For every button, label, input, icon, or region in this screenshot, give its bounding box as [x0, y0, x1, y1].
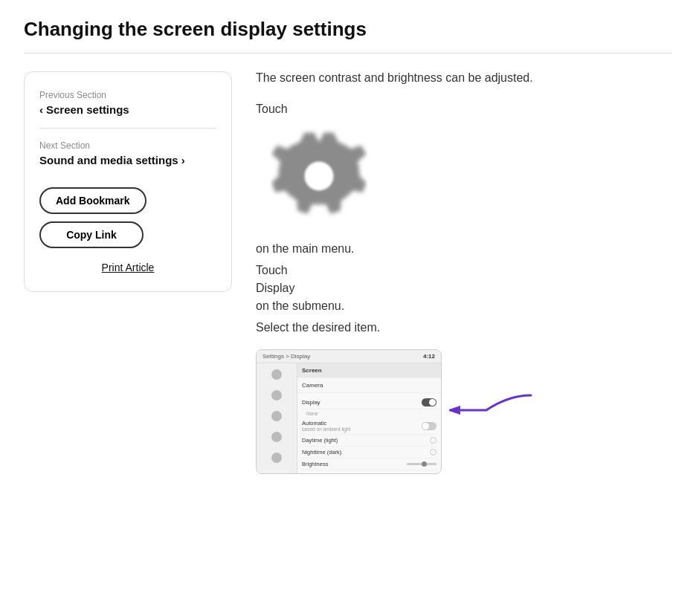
- phone-setting-automatic: Automatic based on ambient light: [302, 418, 436, 435]
- add-bookmark-button[interactable]: Add Bookmark: [39, 187, 146, 214]
- phone-time: 4:12: [423, 353, 435, 360]
- select-text: Select the desired item.: [256, 321, 672, 334]
- phone-main-panel: Screen Camera Display None Automati: [297, 363, 441, 473]
- intro-text: The screen contrast and brightness can b…: [256, 71, 672, 85]
- phone-icon-3: [271, 411, 282, 421]
- phone-setting-brightness: Brightness: [302, 458, 436, 470]
- phone-daytime-label: Daytime (light): [302, 437, 338, 444]
- chevron-right-icon: ›: [181, 154, 185, 166]
- chevron-left-icon: ‹: [39, 103, 43, 116]
- phone-nighttime-radio: [430, 449, 436, 455]
- main-content: The screen contrast and brightness can b…: [256, 71, 672, 474]
- phone-setting-display-label: Display: [302, 399, 320, 406]
- next-section-link[interactable]: Sound and media settings ›: [39, 154, 216, 166]
- sidebar-divider-1: [39, 128, 216, 129]
- previous-section-link[interactable]: ‹ Screen settings: [39, 103, 216, 116]
- purple-arrow-icon: [449, 388, 538, 432]
- gear-icon: [271, 128, 367, 224]
- phone-brightness-slider: [407, 463, 436, 465]
- phone-nighttime-label: Nighttime (dark): [302, 449, 341, 455]
- phone-icon-4: [271, 432, 282, 442]
- phone-screenshot: Settings > Display 4:12 Screen: [256, 349, 442, 474]
- phone-sidebar-icons: [257, 363, 297, 473]
- next-section: Next Section Sound and media settings ›: [39, 140, 216, 166]
- phone-body: Screen Camera Display None Automati: [257, 363, 441, 473]
- phone-settings-area: Display None Automatic based on ambient …: [297, 393, 441, 473]
- gear-icon-container: [256, 128, 672, 224]
- main-menu-text: on the main menu.: [256, 242, 672, 256]
- phone-brightness-label: Brightness: [302, 461, 328, 467]
- sidebar: Previous Section ‹ Screen settings Next …: [24, 71, 232, 292]
- touch-display-block: Touch Display on the submenu.: [256, 262, 672, 315]
- touch-label-1: Touch: [256, 103, 672, 116]
- phone-setting-auto-labels: Automatic based on ambient light: [302, 420, 350, 432]
- phone-icon-1: [271, 369, 282, 380]
- svg-point-0: [305, 162, 334, 191]
- phone-auto-toggle: [422, 422, 436, 430]
- phone-none-label: None: [302, 409, 436, 418]
- phone-slider-thumb: [422, 461, 427, 467]
- phone-setting-daytime: Daytime (light): [302, 435, 436, 447]
- phone-display-toggle: [422, 398, 436, 406]
- phone-icon-5: [271, 453, 282, 463]
- sidebar-actions: Add Bookmark Copy Link Print Article: [39, 187, 216, 273]
- previous-section-label: Previous Section: [39, 90, 216, 100]
- phone-daytime-radio: [430, 437, 436, 444]
- previous-section: Previous Section ‹ Screen settings: [39, 90, 216, 116]
- next-section-label: Next Section: [39, 140, 216, 151]
- phone-icon-2: [271, 390, 282, 401]
- phone-auto-label: Automatic: [302, 420, 350, 427]
- phone-menu-screen: Screen: [297, 363, 441, 378]
- phone-setting-display: Display: [302, 396, 436, 409]
- phone-setting-nighttime: Nighttime (dark): [302, 447, 436, 458]
- title-divider: [24, 53, 672, 54]
- phone-auto-sublabel: based on ambient light: [302, 427, 350, 432]
- arrow-container: [449, 388, 538, 435]
- print-article-button[interactable]: Print Article: [39, 262, 216, 273]
- phone-header: Settings > Display 4:12: [257, 350, 441, 363]
- copy-link-button[interactable]: Copy Link: [39, 221, 144, 248]
- phone-screenshot-container: Settings > Display 4:12 Screen: [256, 349, 672, 474]
- page-title: Changing the screen display settings: [24, 18, 672, 41]
- phone-menu-camera: Camera: [297, 378, 441, 393]
- main-layout: Previous Section ‹ Screen settings Next …: [24, 71, 672, 474]
- phone-breadcrumb: Settings > Display: [262, 353, 310, 360]
